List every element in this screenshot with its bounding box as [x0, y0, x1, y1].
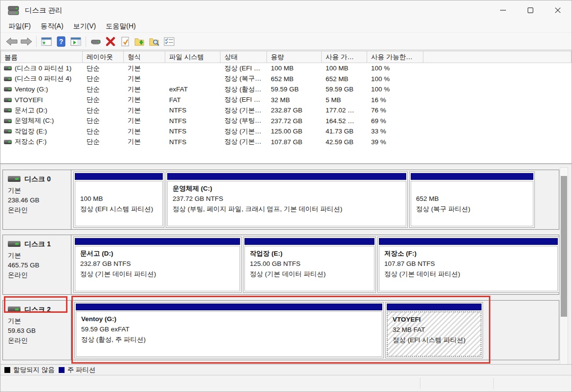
- volume-list-pane: 볼륨 레이아웃 형식 파일 시스템 상태 용량 사용 가… 사용 가능한… (디…: [0, 50, 572, 164]
- partition-status: 정상 (EFI 시스템 파티션): [80, 204, 157, 214]
- col-layout[interactable]: 레이아웃: [83, 51, 124, 63]
- volume-row-f[interactable]: 저장소 (F:) 단순 기본 NTFS 정상 (기본… 107.87 GB 42…: [0, 137, 572, 148]
- volume-type: 기본: [124, 137, 165, 146]
- volume-icon: [4, 108, 12, 112]
- volume-icon: [4, 129, 12, 133]
- partition-name: [416, 183, 528, 194]
- partition-name: 운영체제 (C:): [173, 183, 401, 194]
- back-button[interactable]: [4, 35, 19, 48]
- partition-recovery[interactable]: 652 MB 정상 (복구 파티션): [409, 172, 535, 228]
- maximize-icon: [528, 7, 533, 13]
- volume-pct-free: 100 %: [367, 86, 423, 93]
- volume-type: 기본: [124, 106, 165, 115]
- volume-name: 저장소 (F:): [15, 137, 46, 146]
- partition-c[interactable]: 운영체제 (C:) 237.72 GB NTFS 정상 (부팅, 페이지 파일,…: [166, 172, 408, 228]
- volume-capacity: 652 MB: [267, 75, 322, 83]
- disk-icon: [8, 241, 21, 247]
- minimize-button[interactable]: [489, 0, 517, 20]
- properties-list-button[interactable]: [162, 35, 176, 48]
- volume-fs: NTFS: [165, 117, 220, 125]
- partition-size: 59.59 GB exFAT: [81, 324, 377, 334]
- folder-upload-icon: [134, 37, 146, 46]
- disk1-row: 디스크 1 기본 465.75 GB 온라인 문서고 (D:) 232.87 G…: [2, 235, 559, 295]
- volume-type: 기본: [124, 85, 165, 94]
- action-pane-button[interactable]: [68, 35, 83, 48]
- volume-pct-free: 100 %: [367, 75, 423, 83]
- volume-icon: [4, 87, 12, 91]
- menu-help[interactable]: 도움말(H): [101, 21, 140, 32]
- window-title: 디스크 관리: [25, 6, 63, 15]
- col-filesystem[interactable]: 파일 시스템: [165, 51, 220, 63]
- disk0-info-panel[interactable]: 디스크 0 기본 238.46 GB 온라인: [3, 170, 71, 229]
- device-button[interactable]: [88, 35, 103, 48]
- unallocated-swatch: [4, 367, 10, 373]
- volume-layout: 단순: [83, 64, 124, 73]
- volume-capacity: 100 MB: [267, 65, 322, 72]
- col-volume[interactable]: 볼륨: [0, 51, 83, 63]
- menu-action[interactable]: 동작(A): [36, 21, 68, 32]
- console-tree-button[interactable]: [39, 35, 54, 48]
- folder-upload-button[interactable]: [132, 35, 147, 48]
- volume-capacity: 59.59 GB: [267, 86, 322, 93]
- volume-icon: [4, 77, 12, 81]
- vertical-scrollbar[interactable]: [560, 167, 568, 365]
- partition-e[interactable]: 작업장 (E:) 125.00 GB NTFS 정상 (기본 데이터 파티션): [243, 237, 376, 293]
- volume-name: 운영체제 (C:): [15, 116, 54, 125]
- partition-ventoy[interactable]: Ventoy (G:) 59.59 GB exFAT 정상 (활성, 주 파티션…: [74, 302, 384, 358]
- partition-name: 문서고 (D:): [80, 248, 235, 259]
- partition-f[interactable]: 저장소 (F:) 107.87 GB NTFS 정상 (기본 데이터 파티션): [377, 237, 559, 293]
- console-tree-icon: [41, 37, 52, 46]
- menu-file[interactable]: 파일(F): [3, 21, 36, 32]
- partition-color-bar: [76, 304, 382, 310]
- col-status[interactable]: 상태: [220, 51, 267, 63]
- partition-d[interactable]: 문서고 (D:) 232.87 GB NTFS 정상 (기본 데이터 파티션): [73, 237, 242, 293]
- volume-row-e[interactable]: 작업장 (E:) 단순 기본 NTFS 정상 (기본… 125.00 GB 41…: [0, 126, 572, 137]
- volume-name: (디스크 0 파티션 4): [15, 74, 71, 83]
- partition-vtoyefi[interactable]: VTOYEFI 32 MB FAT 정상 (EFI 시스템 파티션): [385, 302, 483, 358]
- disk-size: 238.46 GB: [8, 196, 71, 205]
- col-pct-free[interactable]: 사용 가능한…: [367, 51, 423, 63]
- disk-size: 465.75 GB: [8, 261, 71, 270]
- volume-name: 작업장 (E:): [15, 127, 47, 136]
- folder-search-button[interactable]: [147, 35, 162, 48]
- forward-icon: [21, 37, 32, 46]
- partition-status: 정상 (복구 파티션): [416, 204, 528, 214]
- folder-search-icon: [149, 37, 160, 46]
- legend-bar: 할당되지 않음 주 파티션: [0, 364, 572, 375]
- volume-row-ventoy[interactable]: Ventoy (G:) 단순 기본 exFAT 정상 (활성… 59.59 GB…: [0, 84, 572, 95]
- device-icon: [90, 37, 102, 46]
- volume-row-disk0-part4[interactable]: (디스크 0 파티션 4) 단순 기본 정상 (복구… 652 MB 652 M…: [0, 74, 572, 85]
- volume-fs: NTFS: [165, 128, 220, 135]
- legend-unallocated: 할당되지 않음: [4, 366, 55, 374]
- volume-name: Ventoy (G:): [15, 86, 48, 93]
- volume-row-c[interactable]: 운영체제 (C:) 단순 기본 NTFS 정상 (부팅… 237.72 GB 1…: [0, 116, 572, 127]
- volume-free: 59.59 GB: [322, 86, 367, 93]
- check-document-button[interactable]: [118, 35, 132, 48]
- title-bar: 디스크 관리: [0, 0, 572, 20]
- delete-icon: [105, 36, 116, 47]
- partition-efi-disk0[interactable]: 100 MB 정상 (EFI 시스템 파티션): [73, 172, 164, 228]
- maximize-button[interactable]: [517, 0, 544, 20]
- close-button[interactable]: [544, 0, 572, 20]
- disk2-info-panel[interactable]: 디스크 2 기본 59.63 GB 온라인: [3, 301, 71, 360]
- scrollbar-thumb[interactable]: [561, 176, 567, 317]
- help-button[interactable]: ?: [54, 35, 68, 48]
- forward-button[interactable]: [19, 35, 34, 48]
- volume-row-vtoyefi[interactable]: VTOYEFI 단순 기본 FAT 정상 (EFI … 32 MB 5 MB 1…: [0, 95, 572, 106]
- partition-size: 237.72 GB NTFS: [173, 194, 401, 204]
- col-type[interactable]: 형식: [124, 51, 165, 63]
- disk1-info-panel[interactable]: 디스크 1 기본 465.75 GB 온라인: [3, 235, 71, 294]
- volume-capacity: 125.00 GB: [267, 128, 322, 135]
- volume-layout: 단순: [83, 106, 124, 115]
- volume-free: 164.52 …: [322, 117, 367, 125]
- partition-name: VTOYEFI: [393, 314, 476, 325]
- volume-type: 기본: [124, 127, 165, 136]
- col-free[interactable]: 사용 가…: [322, 51, 367, 63]
- volume-type: 기본: [124, 116, 165, 125]
- volume-row-d[interactable]: 문서고 (D:) 단순 기본 NTFS 정상 (기본… 232.87 GB 17…: [0, 105, 572, 116]
- col-capacity[interactable]: 용량: [267, 51, 322, 63]
- menu-view[interactable]: 보기(V): [68, 21, 101, 32]
- volume-icon: [4, 66, 12, 70]
- volume-row-disk0-part1[interactable]: (디스크 0 파티션 1) 단순 기본 정상 (EFI … 100 MB 100…: [0, 63, 572, 74]
- delete-button[interactable]: [103, 35, 118, 48]
